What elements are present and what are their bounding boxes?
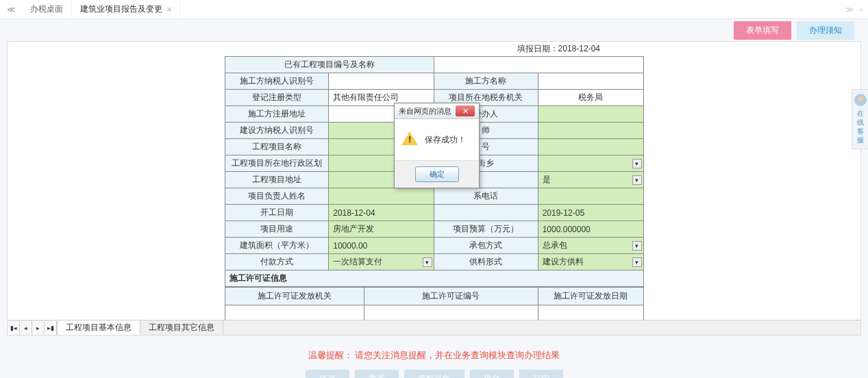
warning-label: 温馨提醒：	[308, 350, 353, 360]
warning-text: 请您关注消息提醒，并在业务查询模块查询办理结果	[355, 350, 560, 360]
value-material-dropdown[interactable]: 建设方供料▾	[538, 254, 643, 270]
label-project-address: 工程项目地址	[225, 172, 329, 188]
print-button[interactable]: 打印	[519, 370, 563, 378]
sheet-next-icon[interactable]: ▸	[32, 321, 45, 335]
permit-col-date: 施工许可证发放日期	[538, 288, 643, 305]
value-manager-name[interactable]	[329, 188, 434, 205]
top-tab-bar: ≪ 办税桌面 建筑业项目报告及变更 × ≫ ▫	[0, 0, 868, 19]
warning-icon: !	[401, 131, 418, 148]
value-contract-type-dropdown[interactable]: 总承包▾	[538, 238, 643, 254]
modal-body: ! 保存成功！	[395, 119, 479, 160]
alert-modal: 来自网页的消息 ✕ ! 保存成功！ 确定	[394, 103, 480, 188]
label-start-date: 开工日期	[225, 205, 329, 221]
reset-button[interactable]: 重置	[355, 370, 399, 378]
warning-message: 温馨提醒： 请您关注消息提醒，并在业务查询模块查询办理结果	[0, 349, 868, 362]
save-button[interactable]: 保存	[306, 370, 349, 378]
fill-date-row: 填报日期：2018-12-04	[8, 42, 860, 56]
nav-forward-icon[interactable]: ≫	[845, 5, 854, 14]
submit-button[interactable]: 提交	[470, 370, 514, 378]
window-box-icon[interactable]: ▫	[860, 5, 863, 14]
label-district: 工程项目所在地行政区划	[225, 155, 329, 172]
label-contractor-taxid: 施工方纳税人识别号	[225, 73, 329, 90]
modal-titlebar: 来自网页的消息 ✕	[395, 103, 479, 119]
sheet-prev-icon[interactable]: ◂	[20, 321, 32, 335]
permit-col-number: 施工许可证编号	[364, 288, 538, 305]
value-area[interactable]: 10000.00	[329, 238, 434, 254]
sub-action-bar: 表单填写 办理须知	[0, 19, 868, 41]
chevron-down-icon[interactable]: ▾	[632, 175, 642, 185]
tab-label: 办税桌面	[30, 3, 63, 15]
instructions-button[interactable]: 办理须知	[797, 21, 854, 40]
chevron-down-icon[interactable]: ▾	[632, 257, 642, 267]
value-purpose[interactable]: 房地产开发	[329, 221, 434, 238]
chevron-down-icon[interactable]: ▾	[632, 159, 642, 168]
value-phone[interactable]	[538, 188, 643, 205]
value-handler[interactable]	[538, 106, 643, 123]
value-yes-dropdown[interactable]: 是▾	[538, 172, 643, 188]
fill-date-label: 填报日期：	[517, 44, 558, 53]
label-manager-name: 项目负责人姓名	[225, 188, 329, 205]
nav-back-icon[interactable]: ≪	[5, 5, 16, 14]
sheet-tab-other-info[interactable]: 工程项目其它信息	[140, 320, 223, 335]
value-contractor-taxid[interactable]	[329, 73, 434, 90]
label-existing-project: 已有工程项目编号及名称	[225, 57, 434, 73]
footer: 温馨提醒： 请您关注消息提醒，并在业务查询模块查询办理结果 保存 重置 资料采集…	[0, 336, 868, 378]
value-end-date[interactable]: 2019-12-05	[538, 205, 643, 221]
value-start-date[interactable]: 2018-12-04	[329, 205, 434, 221]
label-contractor-address: 施工方注册地址	[225, 106, 329, 123]
content-panel: 填报日期：2018-12-04 已有工程项目编号及名称 施工方纳税人识别号 施工…	[7, 41, 861, 336]
label-end-date	[434, 205, 538, 221]
modal-title-text: 来自网页的消息	[399, 106, 451, 116]
label-contractor-name: 施工方名称	[434, 73, 538, 90]
value-budget[interactable]: 1000.000000	[538, 221, 643, 238]
modal-ok-button[interactable]: 确定	[415, 166, 459, 182]
label-material: 供料形式	[434, 254, 538, 270]
label-purpose: 项目用途	[225, 221, 329, 238]
modal-footer: 确定	[395, 160, 479, 188]
chevron-down-icon[interactable]: ▾	[423, 257, 432, 267]
help-label: 在线客服	[854, 109, 867, 144]
sheet-tab-bar: ▮◂ ◂ ▸ ▸▮ 工程项目基本信息 工程项目其它信息	[8, 320, 860, 335]
collect-button[interactable]: 资料采集	[404, 370, 464, 378]
value-r6r[interactable]	[538, 139, 643, 155]
value-tax-authority[interactable]: 税务局	[538, 90, 643, 106]
sheet-last-icon[interactable]: ▸▮	[45, 321, 57, 335]
permit-section-title: 施工许可证信息	[225, 270, 643, 287]
label-builder-taxid: 建设方纳税人识别号	[225, 123, 329, 139]
sheet-first-icon[interactable]: ▮◂	[8, 321, 20, 335]
sheet-tab-basic-info[interactable]: 工程项目基本信息	[58, 320, 140, 335]
support-icon	[854, 94, 867, 106]
value-r5r[interactable]	[538, 123, 643, 139]
label-contract-type: 承包方式	[434, 238, 538, 254]
permit-col-authority: 施工许可证发放机关	[225, 288, 364, 305]
label-reg-type: 登记注册类型	[225, 90, 329, 106]
label-budget: 项目预算（万元）	[434, 221, 538, 238]
close-icon[interactable]: ×	[166, 4, 172, 15]
tab-construction-report[interactable]: 建筑业项目报告及变更 ×	[72, 1, 181, 18]
tab-label: 建筑业项目报告及变更	[80, 3, 162, 15]
fill-date-value: 2018-12-04	[558, 44, 600, 53]
label-project-name: 工程项目名称	[225, 139, 329, 155]
label-phone: 系电话	[434, 188, 538, 205]
value-payment-dropdown[interactable]: 一次结算支付▾	[329, 254, 434, 270]
label-area: 建筑面积（平方米）	[225, 238, 329, 254]
value-existing-project[interactable]	[434, 57, 643, 73]
modal-message: 保存成功！	[425, 134, 466, 146]
online-help-button[interactable]: 在线客服	[852, 89, 868, 149]
value-contractor-name[interactable]	[538, 73, 643, 90]
chevron-down-icon[interactable]: ▾	[632, 241, 642, 251]
tab-desktop[interactable]: 办税桌面	[22, 1, 72, 18]
label-payment: 付款方式	[225, 254, 329, 270]
value-township-dropdown[interactable]: ▾	[538, 155, 643, 172]
form-fill-button[interactable]: 表单填写	[734, 21, 791, 40]
modal-close-button[interactable]: ✕	[456, 105, 475, 116]
